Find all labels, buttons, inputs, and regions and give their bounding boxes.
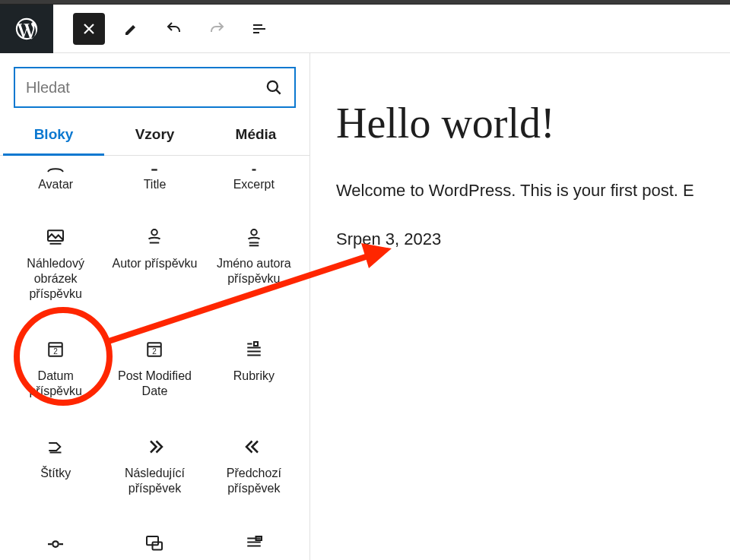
undo-icon bbox=[165, 20, 183, 38]
search-icon bbox=[264, 78, 284, 97]
tab-media[interactable]: Média bbox=[205, 115, 306, 155]
block-categories[interactable]: Rubriky bbox=[205, 315, 303, 413]
svg-text:2: 2 bbox=[153, 347, 157, 356]
block-label: Autor příspěvku bbox=[112, 256, 197, 271]
block-label: Datum příspěvku bbox=[10, 369, 101, 399]
avatar-icon bbox=[44, 159, 67, 169]
svg-point-9 bbox=[52, 541, 59, 547]
search-input[interactable] bbox=[26, 79, 264, 96]
block-author[interactable]: Autor příspěvku bbox=[105, 206, 204, 315]
post-title[interactable]: Hello world! bbox=[336, 99, 730, 147]
calendar-icon: 2 bbox=[44, 338, 67, 361]
svg-point-3 bbox=[251, 229, 257, 236]
svg-point-0 bbox=[268, 81, 278, 91]
inserter-tabs: Bloky Vzory Média bbox=[0, 115, 309, 156]
block-title[interactable]: Title bbox=[105, 156, 204, 206]
tags-icon bbox=[44, 435, 67, 458]
close-inserter-button[interactable] bbox=[73, 13, 105, 45]
svg-point-2 bbox=[152, 229, 158, 236]
block-grid: Avatar Title Excerpt Náhledový obrázek p… bbox=[0, 156, 309, 560]
block-label: Náhledový obrázek příspěvku bbox=[10, 256, 101, 302]
block-excerpt[interactable]: Excerpt bbox=[205, 156, 303, 206]
block-label: Post Modified Date bbox=[109, 369, 200, 399]
redo-icon bbox=[208, 20, 226, 38]
block-label: Štítky bbox=[40, 466, 71, 481]
next-icon bbox=[143, 435, 166, 458]
block-label: Jméno autora příspěvku bbox=[208, 256, 300, 286]
block-comment-form[interactable]: Formulář bbox=[205, 510, 303, 560]
wordpress-icon bbox=[14, 16, 40, 42]
wordpress-logo[interactable] bbox=[0, 5, 53, 53]
block-search-box[interactable] bbox=[14, 67, 296, 108]
image-icon bbox=[44, 226, 67, 248]
editor-toolbar bbox=[0, 5, 730, 53]
block-comments[interactable]: Komentáře bbox=[105, 510, 204, 560]
edit-mode-button[interactable] bbox=[116, 13, 148, 45]
post-body[interactable]: Welcome to WordPress. This is your first… bbox=[336, 181, 730, 201]
block-label: Avatar bbox=[38, 177, 73, 192]
block-modified-date[interactable]: 2 Post Modified Date bbox=[105, 315, 204, 413]
block-inserter-panel: Bloky Vzory Média Avatar Title Excerpt N… bbox=[0, 53, 310, 560]
block-avatar[interactable]: Avatar bbox=[6, 156, 105, 206]
block-label: Excerpt bbox=[233, 177, 275, 192]
svg-rect-11 bbox=[153, 543, 163, 550]
block-label: Předchozí příspěvek bbox=[208, 466, 300, 496]
author-name-icon bbox=[243, 226, 265, 248]
svg-rect-8 bbox=[254, 342, 258, 346]
block-label: Následující příspěvek bbox=[109, 466, 200, 496]
pencil-icon bbox=[122, 20, 141, 38]
block-post-date[interactable]: 2 Datum příspěvku bbox=[6, 315, 105, 413]
block-author-name[interactable]: Jméno autora příspěvku bbox=[205, 206, 303, 315]
block-label: Title bbox=[144, 177, 167, 192]
close-icon bbox=[80, 20, 98, 38]
block-prev-post[interactable]: Předchozí příspěvek bbox=[205, 413, 303, 510]
svg-text:2: 2 bbox=[53, 347, 58, 356]
form-icon bbox=[243, 533, 265, 555]
post-date-block[interactable]: Srpen 3, 2023 bbox=[336, 229, 730, 249]
editor-canvas[interactable]: Hello world! Welcome to WordPress. This … bbox=[310, 53, 730, 560]
readmore-icon bbox=[44, 533, 67, 555]
author-icon bbox=[143, 226, 166, 248]
block-next-post[interactable]: Následující příspěvek bbox=[105, 413, 204, 510]
list-icon bbox=[250, 20, 268, 38]
undo-button[interactable] bbox=[158, 13, 190, 45]
workspace: Bloky Vzory Média Avatar Title Excerpt N… bbox=[0, 53, 730, 560]
calendar-icon: 2 bbox=[143, 338, 166, 361]
block-label: Rubriky bbox=[233, 369, 275, 384]
title-icon bbox=[143, 159, 166, 169]
block-read-more[interactable]: Pokračovat ve bbox=[6, 510, 105, 560]
document-outline-button[interactable] bbox=[243, 13, 275, 45]
prev-icon bbox=[243, 435, 265, 458]
block-featured-image[interactable]: Náhledový obrázek příspěvku bbox=[6, 206, 105, 315]
categories-icon bbox=[243, 338, 265, 361]
comments-icon bbox=[143, 533, 166, 555]
redo-button[interactable] bbox=[201, 13, 233, 45]
tab-blocks[interactable]: Bloky bbox=[3, 115, 104, 155]
block-tags[interactable]: Štítky bbox=[6, 413, 105, 510]
tab-patterns[interactable]: Vzory bbox=[104, 115, 205, 155]
excerpt-icon bbox=[243, 159, 265, 169]
